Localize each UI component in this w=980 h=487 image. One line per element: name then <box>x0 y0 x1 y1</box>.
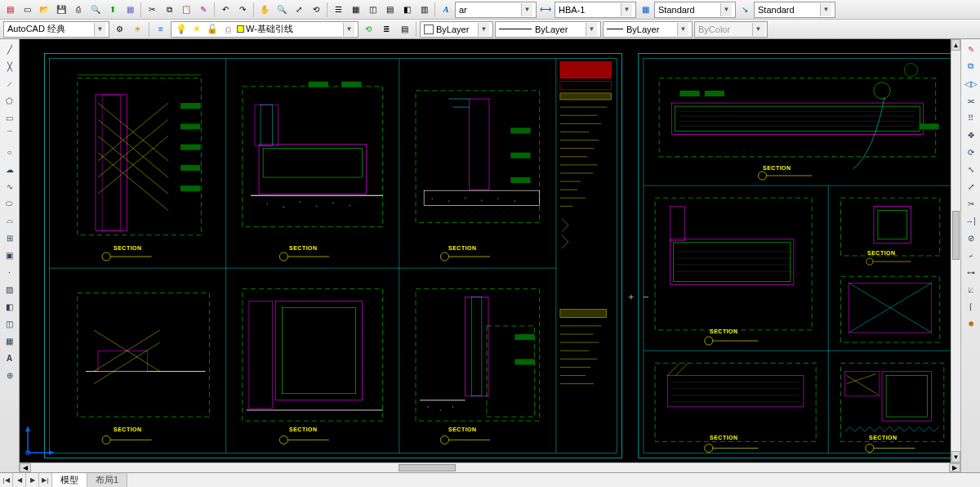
dim-style-button[interactable]: ⟷ <box>537 2 554 18</box>
addselected-icon[interactable]: ⊕ <box>2 367 18 383</box>
dim-style-dropdown[interactable]: HBA-1 ▼ <box>555 2 636 18</box>
publish-icon[interactable]: ⬆ <box>105 2 121 18</box>
join-icon[interactable]: ⊶ <box>963 264 979 280</box>
scrollbar-track[interactable] <box>31 463 949 472</box>
rectangle-icon[interactable]: ▭ <box>2 109 18 126</box>
scroll-right-icon[interactable]: ▶ <box>949 463 960 472</box>
tab-next-icon[interactable]: ▶ <box>26 473 39 487</box>
break-icon[interactable]: ⌿ <box>963 247 979 263</box>
mtext-icon[interactable]: A <box>2 350 18 366</box>
offset-icon[interactable]: ⫘ <box>963 92 979 109</box>
polyline-icon[interactable]: ⟋ <box>2 75 18 92</box>
ellipse-icon[interactable]: ⬭ <box>2 195 18 212</box>
plot-icon: ⎙ <box>221 23 234 36</box>
table-style-button[interactable]: ▦ <box>637 2 653 18</box>
paste-icon[interactable]: 📋 <box>178 2 194 18</box>
plotstyle-dropdown[interactable]: ByColor ▼ <box>694 21 768 38</box>
scroll-up-icon[interactable]: ▲ <box>951 39 960 51</box>
scroll-left-icon[interactable]: ◀ <box>20 463 31 472</box>
layer-filter-icon[interactable]: ▤ <box>396 21 412 38</box>
markup-icon[interactable]: ◧ <box>399 2 415 18</box>
mirror-icon[interactable]: ◁▷ <box>963 75 979 92</box>
mleader-style-button[interactable]: ↘ <box>737 2 753 18</box>
pan-icon[interactable]: ✋ <box>256 2 273 18</box>
properties-icon[interactable]: ☰ <box>330 2 346 18</box>
undo-icon[interactable]: ↶ <box>217 2 234 18</box>
array-icon[interactable]: ⠿ <box>963 109 979 126</box>
design-center-icon[interactable]: ▦ <box>347 2 363 18</box>
print-icon[interactable]: ⎙ <box>70 2 87 18</box>
explode-icon[interactable]: ✸ <box>963 315 979 332</box>
redo-icon[interactable]: ↷ <box>234 2 251 18</box>
rotate-icon[interactable]: ⟳ <box>963 144 979 160</box>
table-icon[interactable]: ▦ <box>2 333 18 349</box>
layer-dropdown[interactable]: 💡 ☀ 🔓 ⎙ W-基础引线 ▼ <box>171 21 359 38</box>
layer-states-icon[interactable]: ≣ <box>378 21 394 38</box>
text-style-button[interactable]: A <box>438 2 454 18</box>
region-icon[interactable]: ◫ <box>2 315 18 332</box>
point-icon[interactable]: · <box>2 264 18 280</box>
match-props-icon[interactable]: ✎ <box>195 2 212 18</box>
polygon-icon[interactable]: ⬠ <box>2 92 18 109</box>
block-icon[interactable]: ▦ <box>122 2 138 18</box>
zoom-previous-icon[interactable]: ⟲ <box>308 2 324 18</box>
tab-prev-icon[interactable]: ◀ <box>13 473 26 487</box>
tool-palettes-icon[interactable]: ◫ <box>364 2 381 18</box>
text-style-dropdown[interactable]: ar ▼ <box>455 2 537 18</box>
layer-properties-icon[interactable]: ≡ <box>153 21 169 38</box>
calculator-icon[interactable]: ▥ <box>416 2 432 18</box>
insert-block-icon[interactable]: ⊞ <box>2 230 18 246</box>
ellipse-arc-icon[interactable]: ⌓ <box>2 212 18 229</box>
break-point-icon[interactable]: ⊘ <box>963 230 979 246</box>
scroll-down-icon[interactable]: ▼ <box>951 451 960 462</box>
chamfer-icon[interactable]: ⟀ <box>963 281 979 297</box>
tab-model[interactable]: 模型 <box>52 473 87 487</box>
mleader-style-dropdown[interactable]: Standard ▼ <box>754 2 835 18</box>
scale-icon[interactable]: ⤡ <box>963 161 979 177</box>
hatch-icon[interactable]: ▨ <box>2 281 18 297</box>
table-style-dropdown[interactable]: Standard ▼ <box>654 2 736 18</box>
gradient-icon[interactable]: ◧ <box>2 298 18 315</box>
move-icon[interactable]: ✥ <box>963 127 979 143</box>
print-preview-icon[interactable]: 🔍 <box>87 2 104 18</box>
line-icon[interactable]: ╱ <box>2 41 18 57</box>
new-icon[interactable]: ▭ <box>19 2 35 18</box>
arc-icon[interactable]: ⌒ <box>2 127 18 143</box>
zoom-realtime-icon[interactable]: 🔍 <box>274 2 290 18</box>
copy-obj-icon[interactable]: ⧉ <box>963 58 979 74</box>
separator <box>416 22 416 37</box>
vertical-scrollbar[interactable]: ▲ ▼ <box>951 39 960 462</box>
workspace-save-icon[interactable]: ☀ <box>129 21 145 38</box>
construction-line-icon[interactable]: ╳ <box>2 58 18 74</box>
horizontal-scrollbar[interactable]: ◀ ▶ <box>20 462 960 472</box>
tab-first-icon[interactable]: |◀ <box>0 473 13 487</box>
cut-icon[interactable]: ✂ <box>144 2 160 18</box>
save-icon[interactable]: 💾 <box>53 2 69 18</box>
zoom-window-icon[interactable]: ⤢ <box>291 2 307 18</box>
scrollbar-thumb[interactable] <box>399 464 456 471</box>
layer-prev-icon[interactable]: ⟲ <box>360 21 376 38</box>
workspace-dropdown[interactable]: AutoCAD 经典 ▼ <box>3 21 109 38</box>
spline-icon[interactable]: ∿ <box>2 178 18 194</box>
fillet-icon[interactable]: ⌈ <box>963 298 979 315</box>
tab-last-icon[interactable]: ▶| <box>39 473 52 487</box>
stretch-icon[interactable]: ⤢ <box>963 178 979 194</box>
sheet-set-icon[interactable]: ▤ <box>381 2 398 18</box>
circle-icon[interactable]: ○ <box>2 144 18 160</box>
scrollbar-thumb[interactable] <box>952 211 960 260</box>
trim-icon[interactable]: ✂ <box>963 195 979 212</box>
revcloud-icon[interactable]: ☁ <box>2 161 18 177</box>
open-icon[interactable]: 📂 <box>36 2 52 18</box>
erase-icon[interactable]: ✎ <box>963 41 979 57</box>
scrollbar-track[interactable] <box>951 51 960 451</box>
model-space-canvas[interactable]: SECTION SECTION SECTION SECTION SECTION … <box>20 39 960 472</box>
workspace-settings-icon[interactable]: ⚙ <box>111 21 127 38</box>
make-block-icon[interactable]: ▣ <box>2 247 18 263</box>
extend-icon[interactable]: →| <box>963 212 979 229</box>
copy-icon[interactable]: ⧉ <box>161 2 177 18</box>
pdf-icon[interactable]: ▤ <box>2 2 18 18</box>
color-dropdown[interactable]: ByLayer ▼ <box>420 21 493 38</box>
linetype-dropdown[interactable]: ByLayer ▼ <box>495 21 601 38</box>
lineweight-dropdown[interactable]: ByLayer ▼ <box>603 21 693 38</box>
tab-layout1[interactable]: 布局1 <box>87 473 127 487</box>
